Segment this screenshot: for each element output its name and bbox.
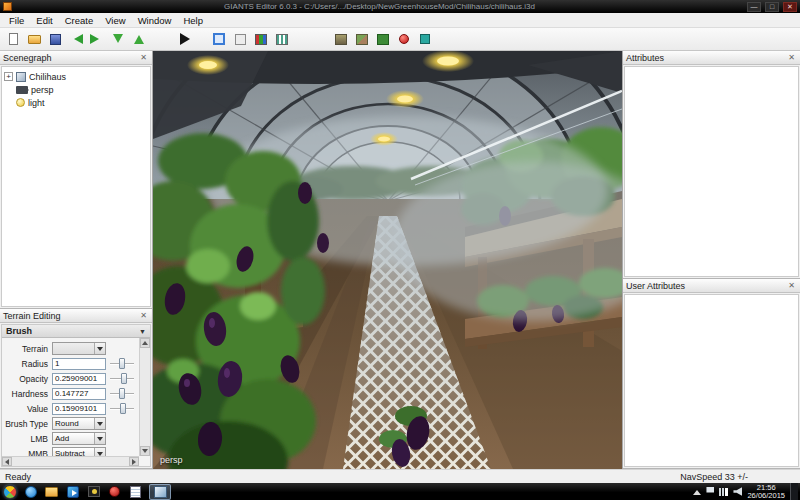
brush-section-header[interactable]: Brush ▼	[2, 325, 150, 338]
scroll-left-icon[interactable]	[2, 457, 12, 466]
photo-viewer-taskbar-button[interactable]	[86, 485, 101, 499]
windows-taskbar: 21:56 26/06/2015	[0, 483, 800, 500]
menu-create[interactable]: Create	[59, 14, 100, 27]
volume-icon[interactable]	[733, 487, 742, 496]
export-button[interactable]	[130, 30, 148, 48]
terrain-editing-body: Brush ▼ Terrain Radius	[1, 324, 151, 467]
radius-slider[interactable]	[110, 358, 134, 369]
ie-taskbar-button[interactable]	[23, 485, 38, 499]
info-layer-red-button[interactable]	[395, 30, 413, 48]
terrain-sculpt-icon	[335, 34, 347, 45]
new-file-button[interactable]	[4, 30, 22, 48]
axis-gizmo-button[interactable]	[252, 30, 270, 48]
info-layer-teal-button[interactable]	[416, 30, 434, 48]
open-file-button[interactable]	[25, 30, 43, 48]
close-icon[interactable]: ✕	[786, 52, 797, 63]
chevron-down-icon	[94, 433, 105, 444]
vertical-scrollbar[interactable]	[139, 338, 150, 456]
close-button[interactable]: ✕	[783, 2, 797, 12]
value-input[interactable]: 0.15909101	[52, 403, 106, 415]
menu-window[interactable]: Window	[132, 14, 178, 27]
field-label: Terrain	[4, 344, 52, 354]
tray-expand-icon[interactable]	[693, 486, 701, 495]
toolbar	[0, 28, 800, 51]
select-mode-icon	[235, 34, 246, 45]
terrain-paint-button[interactable]	[353, 30, 371, 48]
opacity-input[interactable]: 0.25909001	[52, 373, 106, 385]
hardness-input[interactable]: 0.147727	[52, 388, 106, 400]
node-label: Chilihaus	[29, 72, 66, 82]
field-label: Value	[4, 404, 52, 414]
brush-type-select[interactable]: Round	[52, 417, 106, 430]
start-button[interactable]	[3, 485, 17, 499]
brush-fields: Terrain Radius 1 Opacity	[2, 338, 150, 461]
notepad-taskbar-button[interactable]	[128, 485, 143, 499]
lmb-select[interactable]: Add	[52, 432, 106, 445]
redo-button[interactable]	[88, 30, 106, 48]
maximize-button[interactable]: □	[765, 2, 779, 12]
value-slider[interactable]	[110, 403, 134, 414]
close-icon[interactable]: ✕	[138, 310, 149, 321]
expander-icon[interactable]: +	[4, 72, 13, 81]
hardness-slider[interactable]	[110, 388, 134, 399]
select-mode-button[interactable]	[231, 30, 249, 48]
scenegraph-body: + Chilihaus persp light	[1, 66, 151, 307]
radius-input[interactable]: 1	[52, 358, 106, 370]
tree-node-chilihaus[interactable]: + Chilihaus	[4, 70, 148, 83]
undo-button[interactable]	[67, 30, 85, 48]
collapse-icon[interactable]: ▼	[139, 328, 146, 335]
recorder-taskbar-button[interactable]	[107, 485, 122, 499]
attributes-body	[624, 66, 799, 277]
scroll-down-icon[interactable]	[140, 446, 150, 456]
recorder-icon	[109, 486, 120, 497]
menu-view[interactable]: View	[99, 14, 131, 27]
media-player-taskbar-button[interactable]	[65, 485, 80, 499]
foliage-paint-button[interactable]	[374, 30, 392, 48]
play-button[interactable]	[177, 30, 195, 48]
menu-file[interactable]: File	[3, 14, 30, 27]
camera-frame-button[interactable]	[210, 30, 228, 48]
attributes-header[interactable]: Attributes ✕	[623, 51, 800, 65]
action-center-icon[interactable]	[706, 487, 714, 496]
scroll-up-icon[interactable]	[140, 338, 150, 348]
scenegraph-header[interactable]: Scenegraph ✕	[0, 51, 152, 65]
explorer-taskbar-button[interactable]	[44, 485, 59, 499]
status-text: Ready	[5, 472, 31, 482]
export-icon	[134, 30, 144, 44]
network-icon[interactable]	[719, 488, 728, 496]
show-desktop-button[interactable]	[790, 483, 798, 500]
horizontal-scrollbar[interactable]	[2, 456, 139, 466]
import-button[interactable]	[109, 30, 127, 48]
statistics-button[interactable]	[273, 30, 291, 48]
viewport-3d[interactable]: persp	[153, 51, 622, 469]
close-icon[interactable]: ✕	[786, 280, 797, 291]
field-value: Value 0.15909101	[4, 401, 136, 416]
user-attributes-header[interactable]: User Attributes ✕	[623, 279, 800, 293]
terrain-sculpt-button[interactable]	[332, 30, 350, 48]
field-terrain: Terrain	[4, 341, 136, 356]
viewport-camera-label: persp	[160, 455, 183, 465]
minimize-button[interactable]: —	[747, 2, 761, 12]
scenegraph-tree: + Chilihaus persp light	[2, 67, 150, 112]
axis-gizmo-icon	[255, 34, 267, 45]
user-attributes-body	[624, 294, 799, 467]
light-icon	[16, 98, 25, 107]
tree-node-persp[interactable]: persp	[4, 83, 148, 96]
tree-node-light[interactable]: light	[4, 96, 148, 109]
field-hardness: Hardness 0.147727	[4, 386, 136, 401]
taskbar-clock[interactable]: 21:56 26/06/2015	[747, 484, 785, 500]
opacity-slider[interactable]	[110, 373, 134, 384]
close-icon[interactable]: ✕	[138, 52, 149, 63]
terrain-select[interactable]	[52, 342, 106, 355]
giants-editor-taskbar-button[interactable]	[149, 484, 171, 500]
terrain-paint-icon	[356, 34, 368, 45]
field-label: Opacity	[4, 374, 52, 384]
save-file-button[interactable]	[46, 30, 64, 48]
menu-edit[interactable]: Edit	[30, 14, 58, 27]
main-area: Scenegraph ✕ + Chilihaus persp	[0, 51, 800, 469]
terrain-editing-header[interactable]: Terrain Editing ✕	[0, 309, 152, 323]
scroll-right-icon[interactable]	[129, 457, 139, 466]
chevron-down-icon	[94, 418, 105, 429]
menu-help[interactable]: Help	[177, 14, 209, 27]
info-layer-red-icon	[399, 34, 409, 44]
